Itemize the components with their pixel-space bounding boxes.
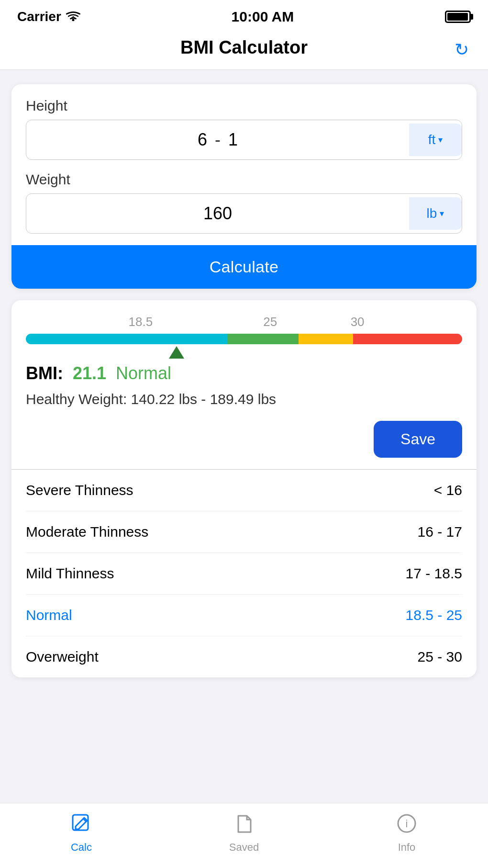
bmi-scale-labels: 18.5 25 30 (26, 315, 462, 334)
scale-label-185: 18.5 (129, 315, 153, 329)
bmi-result-row: BMI: 21.1 Normal (26, 363, 462, 383)
wifi-icon (66, 9, 80, 24)
svg-text:i: i (406, 818, 408, 830)
bmi-category-label: Normal (116, 363, 171, 383)
category-row: Normal18.5 - 25 (26, 595, 462, 636)
weight-label: Weight (26, 171, 462, 188)
height-unit-dropdown-arrow: ▾ (438, 135, 443, 145)
carrier-label: Carrier (17, 9, 61, 24)
nav-item-info[interactable]: i Info (378, 813, 435, 854)
category-row: Moderate Thinness16 - 17 (26, 511, 462, 553)
category-name: Moderate Thinness (26, 524, 148, 540)
category-range: 16 - 17 (418, 524, 462, 540)
info-icon: i (396, 813, 417, 838)
refresh-button[interactable]: ↻ (455, 40, 469, 60)
nav-label-saved: Saved (229, 841, 259, 854)
scale-segment-underweight (26, 334, 228, 344)
nav-label-calc: Calc (71, 841, 92, 854)
height-input-row: 6 - 1 ft ▾ (26, 120, 462, 160)
category-row: Overweight25 - 30 (26, 636, 462, 677)
category-name: Normal (26, 607, 72, 623)
scale-segment-normal (228, 334, 299, 344)
bmi-indicator-arrow (169, 346, 184, 359)
category-range: 17 - 18.5 (406, 565, 462, 582)
bmi-categories-list: Severe Thinness< 16Moderate Thinness16 -… (26, 470, 462, 677)
nav-label-info: Info (398, 841, 416, 854)
result-card: 18.5 25 30 BMI: 21.1 Normal Healthy Weig… (11, 300, 477, 677)
status-time: 10:00 AM (232, 9, 294, 25)
nav-item-calc[interactable]: Calc (53, 813, 110, 854)
scale-label-30: 30 (351, 315, 365, 329)
category-name: Severe Thinness (26, 482, 133, 498)
bmi-value: 21.1 (73, 363, 106, 383)
page-title: BMI Calculator (180, 37, 308, 58)
weight-value-area[interactable]: 160 (26, 194, 409, 233)
height-unit-label: ft (428, 132, 436, 147)
battery-icon (445, 11, 471, 23)
bmi-indicator-wrapper (26, 344, 462, 363)
save-button[interactable]: Save (374, 421, 462, 458)
height-value-area[interactable]: 6 - 1 (26, 120, 409, 159)
category-name: Overweight (26, 649, 99, 665)
category-range: 18.5 - 25 (406, 607, 462, 623)
height-unit-button[interactable]: ft ▾ (409, 124, 462, 156)
bottom-navigation: Calc Saved i Info (0, 803, 488, 868)
height-feet-value: 6 (198, 130, 207, 150)
weight-unit-dropdown-arrow: ▾ (440, 208, 444, 219)
scale-segment-obese (353, 334, 462, 344)
scale-segment-overweight (299, 334, 353, 344)
height-separator: - (215, 130, 221, 150)
bmi-scale-bar (26, 334, 462, 344)
calc-icon (71, 813, 92, 838)
category-row: Mild Thinness17 - 18.5 (26, 553, 462, 595)
save-row: Save (26, 421, 462, 458)
scale-label-25: 25 (263, 315, 277, 329)
input-card: Height 6 - 1 ft ▾ Weight 160 lb ▾ Calcul… (11, 84, 477, 289)
weight-value: 160 (203, 203, 232, 224)
category-range: < 16 (434, 482, 462, 498)
main-content: Height 6 - 1 ft ▾ Weight 160 lb ▾ Calcul… (0, 70, 488, 803)
carrier-info: Carrier (17, 9, 80, 24)
category-row: Severe Thinness< 16 (26, 470, 462, 511)
bmi-label: BMI: (26, 363, 63, 383)
category-range: 25 - 30 (418, 649, 462, 665)
weight-input-row: 160 lb ▾ (26, 193, 462, 234)
nav-item-saved[interactable]: Saved (215, 813, 273, 854)
svg-point-0 (72, 19, 74, 22)
height-label: Height (26, 98, 462, 114)
app-header: BMI Calculator ↻ (0, 30, 488, 70)
weight-unit-button[interactable]: lb ▾ (409, 197, 462, 230)
calculate-button[interactable]: Calculate (11, 245, 477, 289)
weight-unit-label: lb (427, 206, 437, 221)
status-bar: Carrier 10:00 AM (0, 0, 488, 30)
height-inches-value: 1 (228, 130, 238, 150)
saved-icon (233, 813, 255, 838)
category-name: Mild Thinness (26, 565, 114, 582)
healthy-weight-text: Healthy Weight: 140.22 lbs - 189.49 lbs (26, 391, 462, 407)
